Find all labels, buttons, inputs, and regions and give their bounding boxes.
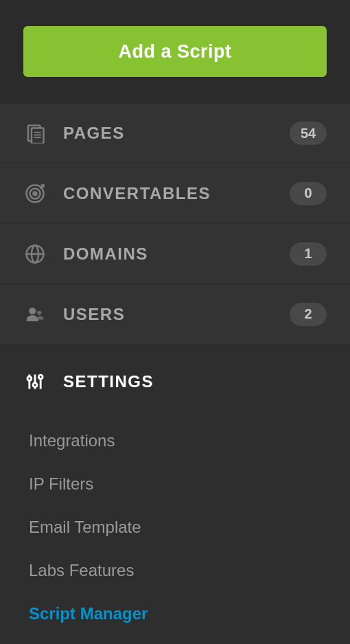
settings-item-integrations[interactable]: Integrations — [0, 419, 350, 462]
settings-item-script-manager[interactable]: Script Manager — [0, 592, 350, 635]
settings-item-labs-features[interactable]: Labs Features — [0, 549, 350, 592]
users-icon — [23, 303, 47, 326]
add-script-button[interactable]: Add a Script — [23, 26, 327, 77]
settings-header[interactable]: SETTINGS — [0, 361, 350, 402]
svg-point-12 — [29, 308, 36, 314]
svg-point-17 — [33, 383, 37, 387]
target-icon — [23, 182, 47, 205]
svg-rect-1 — [32, 128, 44, 144]
nav-badge: 2 — [290, 303, 327, 326]
nav-section: PAGES 54 CONVERTABLES 0 DOMAINS 1 USERS … — [0, 103, 350, 345]
top-area: Add a Script — [0, 0, 350, 103]
nav-badge: 54 — [290, 122, 327, 145]
nav-item-convertables[interactable]: CONVERTABLES 0 — [0, 163, 350, 224]
nav-item-users[interactable]: USERS 2 — [0, 284, 350, 345]
nav-item-pages[interactable]: PAGES 54 — [0, 103, 350, 163]
nav-label: PAGES — [63, 124, 290, 143]
nav-badge: 0 — [290, 182, 327, 205]
svg-point-15 — [27, 376, 32, 380]
settings-item-ip-filters[interactable]: IP Filters — [0, 462, 350, 505]
nav-item-domains[interactable]: DOMAINS 1 — [0, 224, 350, 284]
svg-point-19 — [38, 375, 43, 379]
nav-badge: 1 — [290, 242, 327, 266]
pages-icon — [23, 122, 47, 145]
nav-label: DOMAINS — [63, 244, 290, 264]
settings-label: SETTINGS — [63, 372, 154, 391]
nav-label: USERS — [63, 305, 290, 324]
svg-point-7 — [34, 192, 37, 195]
nav-label: CONVERTABLES — [63, 184, 290, 203]
settings-section: SETTINGS Integrations IP Filters Email T… — [0, 345, 350, 644]
settings-item-email-template[interactable]: Email Template — [0, 505, 350, 549]
sliders-icon — [23, 370, 47, 393]
svg-point-13 — [37, 310, 41, 314]
globe-icon — [23, 242, 47, 266]
